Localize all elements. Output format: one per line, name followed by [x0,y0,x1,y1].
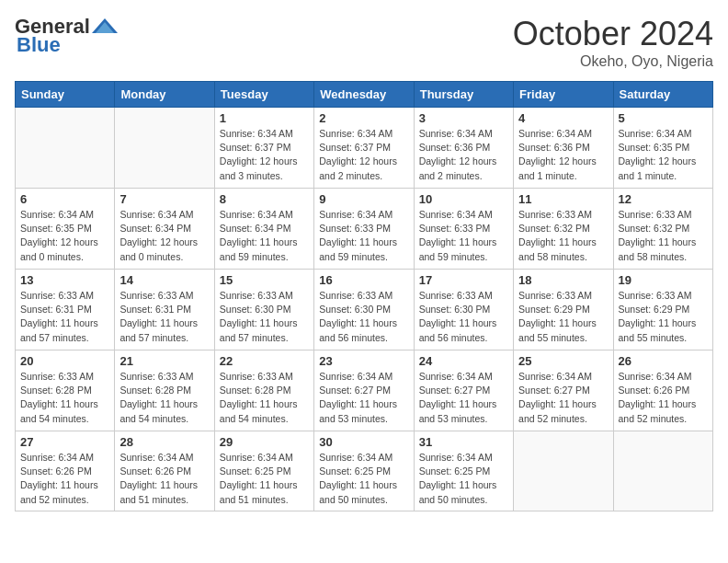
calendar-cell: 24Sunrise: 6:34 AM Sunset: 6:27 PM Dayli… [414,350,513,431]
calendar-cell: 27Sunrise: 6:34 AM Sunset: 6:26 PM Dayli… [16,431,115,511]
calendar-cell: 30Sunrise: 6:34 AM Sunset: 6:25 PM Dayli… [314,431,414,511]
calendar-cell: 22Sunrise: 6:33 AM Sunset: 6:28 PM Dayli… [214,350,313,431]
day-number: 2 [319,111,408,125]
day-detail: Sunrise: 6:33 AM Sunset: 6:30 PM Dayligh… [319,289,408,345]
day-number: 15 [220,273,309,287]
day-number: 30 [319,435,408,449]
day-number: 1 [220,111,309,125]
calendar-cell [613,431,712,511]
calendar-cell: 10Sunrise: 6:34 AM Sunset: 6:33 PM Dayli… [414,189,513,270]
calendar-cell: 31Sunrise: 6:34 AM Sunset: 6:25 PM Dayli… [414,431,513,511]
day-number: 31 [419,435,508,449]
day-number: 25 [518,354,608,368]
day-number: 5 [619,111,708,125]
calendar-cell: 12Sunrise: 6:33 AM Sunset: 6:32 PM Dayli… [613,189,712,270]
logo-blue-text: Blue [17,33,61,57]
calendar-cell [115,108,214,189]
day-number: 23 [319,354,408,368]
day-number: 29 [220,435,309,449]
day-detail: Sunrise: 6:33 AM Sunset: 6:29 PM Dayligh… [518,289,608,345]
title-section: October 2024 Okeho, Oyo, Nigeria [513,15,713,70]
calendar-table: SundayMondayTuesdayWednesdayThursdayFrid… [15,81,713,511]
location-subtitle: Okeho, Oyo, Nigeria [513,53,713,70]
calendar-week-5: 27Sunrise: 6:34 AM Sunset: 6:26 PM Dayli… [16,431,713,511]
calendar-cell: 7Sunrise: 6:34 AM Sunset: 6:34 PM Daylig… [115,189,214,270]
calendar-week-2: 6Sunrise: 6:34 AM Sunset: 6:35 PM Daylig… [16,189,713,270]
header-sunday: Sunday [16,82,115,108]
calendar-cell: 5Sunrise: 6:34 AM Sunset: 6:35 PM Daylig… [613,108,712,189]
calendar-cell: 18Sunrise: 6:33 AM Sunset: 6:29 PM Dayli… [514,270,613,350]
day-number: 27 [20,435,109,449]
day-number: 28 [119,435,209,449]
day-number: 10 [419,192,508,206]
calendar-cell: 13Sunrise: 6:33 AM Sunset: 6:31 PM Dayli… [16,270,115,350]
calendar-cell: 19Sunrise: 6:33 AM Sunset: 6:29 PM Dayli… [613,270,712,350]
day-detail: Sunrise: 6:34 AM Sunset: 6:26 PM Dayligh… [20,451,109,507]
day-detail: Sunrise: 6:33 AM Sunset: 6:32 PM Dayligh… [619,208,708,264]
day-detail: Sunrise: 6:33 AM Sunset: 6:28 PM Dayligh… [220,370,309,426]
day-detail: Sunrise: 6:34 AM Sunset: 6:27 PM Dayligh… [319,370,408,426]
header-thursday: Thursday [414,82,513,108]
day-detail: Sunrise: 6:34 AM Sunset: 6:34 PM Dayligh… [119,208,209,264]
calendar-cell: 14Sunrise: 6:33 AM Sunset: 6:31 PM Dayli… [115,270,214,350]
calendar-cell: 23Sunrise: 6:34 AM Sunset: 6:27 PM Dayli… [314,350,414,431]
header-monday: Monday [115,82,214,108]
day-detail: Sunrise: 6:33 AM Sunset: 6:28 PM Dayligh… [119,370,209,426]
calendar-cell: 11Sunrise: 6:33 AM Sunset: 6:32 PM Dayli… [514,189,613,270]
day-detail: Sunrise: 6:34 AM Sunset: 6:36 PM Dayligh… [419,127,508,183]
day-number: 13 [20,273,109,287]
day-number: 6 [20,192,109,206]
calendar-cell: 25Sunrise: 6:34 AM Sunset: 6:27 PM Dayli… [514,350,613,431]
calendar-cell [16,108,115,189]
day-detail: Sunrise: 6:34 AM Sunset: 6:33 PM Dayligh… [319,208,408,264]
day-detail: Sunrise: 6:34 AM Sunset: 6:36 PM Dayligh… [518,127,608,183]
calendar-cell: 26Sunrise: 6:34 AM Sunset: 6:26 PM Dayli… [613,350,712,431]
calendar-cell: 1Sunrise: 6:34 AM Sunset: 6:37 PM Daylig… [214,108,313,189]
calendar-cell: 28Sunrise: 6:34 AM Sunset: 6:26 PM Dayli… [115,431,214,511]
calendar-week-1: 1Sunrise: 6:34 AM Sunset: 6:37 PM Daylig… [16,108,713,189]
calendar-cell: 2Sunrise: 6:34 AM Sunset: 6:37 PM Daylig… [314,108,414,189]
day-detail: Sunrise: 6:33 AM Sunset: 6:31 PM Dayligh… [20,289,109,345]
day-detail: Sunrise: 6:33 AM Sunset: 6:29 PM Dayligh… [619,289,708,345]
calendar-cell: 16Sunrise: 6:33 AM Sunset: 6:30 PM Dayli… [314,270,414,350]
header-saturday: Saturday [613,82,712,108]
day-detail: Sunrise: 6:34 AM Sunset: 6:33 PM Dayligh… [419,208,508,264]
day-detail: Sunrise: 6:33 AM Sunset: 6:31 PM Dayligh… [119,289,209,345]
day-detail: Sunrise: 6:34 AM Sunset: 6:26 PM Dayligh… [619,370,708,426]
day-number: 14 [119,273,209,287]
calendar-cell: 9Sunrise: 6:34 AM Sunset: 6:33 PM Daylig… [314,189,414,270]
day-detail: Sunrise: 6:33 AM Sunset: 6:30 PM Dayligh… [419,289,508,345]
day-detail: Sunrise: 6:34 AM Sunset: 6:25 PM Dayligh… [419,451,508,507]
day-detail: Sunrise: 6:34 AM Sunset: 6:35 PM Dayligh… [20,208,109,264]
calendar-cell [514,431,613,511]
calendar-cell: 15Sunrise: 6:33 AM Sunset: 6:30 PM Dayli… [214,270,313,350]
calendar-header-row: SundayMondayTuesdayWednesdayThursdayFrid… [16,82,713,108]
header-wednesday: Wednesday [314,82,414,108]
day-detail: Sunrise: 6:33 AM Sunset: 6:28 PM Dayligh… [20,370,109,426]
day-number: 20 [20,354,109,368]
day-number: 18 [518,273,608,287]
day-detail: Sunrise: 6:34 AM Sunset: 6:25 PM Dayligh… [220,451,309,507]
day-number: 4 [518,111,608,125]
day-detail: Sunrise: 6:34 AM Sunset: 6:35 PM Dayligh… [619,127,708,183]
calendar-week-3: 13Sunrise: 6:33 AM Sunset: 6:31 PM Dayli… [16,270,713,350]
day-number: 16 [319,273,408,287]
day-detail: Sunrise: 6:33 AM Sunset: 6:32 PM Dayligh… [518,208,608,264]
header-friday: Friday [514,82,613,108]
day-detail: Sunrise: 6:34 AM Sunset: 6:27 PM Dayligh… [518,370,608,426]
header-tuesday: Tuesday [214,82,313,108]
day-number: 7 [119,192,209,206]
calendar-cell: 4Sunrise: 6:34 AM Sunset: 6:36 PM Daylig… [514,108,613,189]
page-header: General Blue October 2024 Okeho, Oyo, Ni… [15,15,713,70]
day-detail: Sunrise: 6:34 AM Sunset: 6:25 PM Dayligh… [319,451,408,507]
day-number: 19 [619,273,708,287]
logo: General Blue [15,15,118,57]
day-number: 21 [119,354,209,368]
calendar-cell: 17Sunrise: 6:33 AM Sunset: 6:30 PM Dayli… [414,270,513,350]
logo-icon [92,17,118,37]
month-title: October 2024 [513,15,713,53]
calendar-cell: 3Sunrise: 6:34 AM Sunset: 6:36 PM Daylig… [414,108,513,189]
day-number: 9 [319,192,408,206]
day-number: 3 [419,111,508,125]
calendar-cell: 21Sunrise: 6:33 AM Sunset: 6:28 PM Dayli… [115,350,214,431]
